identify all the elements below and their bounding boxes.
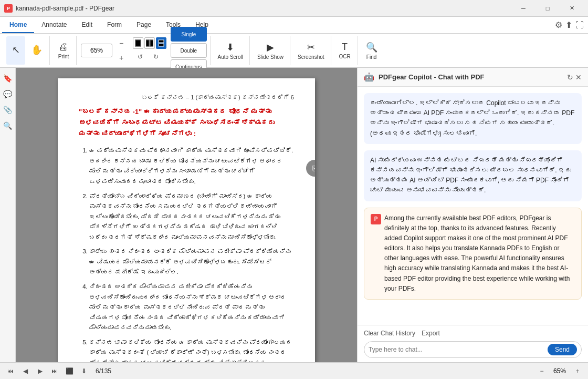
copilot-footer: Clear Chat History Export Send	[358, 325, 588, 362]
bottom-zoom-controls: − 65% +	[536, 365, 584, 377]
hand-tool-button[interactable]: ✋	[27, 36, 46, 65]
auto-scroll-button[interactable]: ⬇ Auto Scroll	[215, 36, 246, 65]
main-area: 🔖 💬 📎 🔍 ಬಲಕೆ ಕನ್ನಡ – 1 (ಕಾರ್ಯಪುಸ್ತಕ) ಕನ್…	[0, 68, 588, 362]
find-group: 🔍 Find	[359, 36, 384, 65]
print-label: Print	[58, 54, 69, 59]
copy-floating-button[interactable]: ⎘	[306, 160, 315, 177]
hand-icon: ✋	[31, 44, 43, 56]
double-view-button[interactable]: Double	[171, 43, 207, 58]
close-button[interactable]: ✕	[560, 0, 584, 17]
single-page-icon[interactable]	[133, 37, 143, 49]
slide-show-label: Slide Show	[257, 54, 284, 60]
screenshot-button[interactable]: ✂ Screenshot	[295, 36, 328, 65]
find-label: Find	[366, 54, 376, 60]
bottom-zoom-out-button[interactable]: −	[536, 365, 548, 377]
message-text-1: ದಂಡ್ಯಾವಾಗಿಲ್ಲ. ಇಲ್ಲಿಕ್ಕೆ ಸೇರಿಸಲಾದ Copilo…	[370, 98, 575, 139]
screenshot-icon: ✂	[307, 42, 315, 53]
last-page-button[interactable]: ⏭	[48, 365, 61, 377]
minimize-button[interactable]: ─	[511, 0, 536, 17]
sidebar-left: 🔖 💬 📎 🔍	[0, 68, 16, 362]
tab-form[interactable]: Form	[100, 17, 129, 33]
rotate-cw-button[interactable]: ↻	[149, 50, 163, 64]
nav-extra-button[interactable]: ⬛	[63, 365, 76, 377]
first-page-button[interactable]: ⏮	[4, 365, 17, 377]
sidebar-attachment-icon[interactable]: 📎	[2, 104, 14, 116]
prev-page-button[interactable]: ◀	[19, 365, 32, 377]
copilot-header: 🤖 PDFgear Copilot - Chat with PDF ↻ ✕	[358, 68, 588, 87]
fullscreen-icon[interactable]: ⛶	[575, 21, 584, 30]
copilot-panel: 🤖 PDFgear Copilot - Chat with PDF ↻ ✕ ದಂ…	[357, 68, 588, 362]
sidebar-bookmark-icon[interactable]: 🔖	[2, 72, 14, 85]
export-button[interactable]: Export	[422, 330, 440, 337]
list-item: ಕನ್ನಡ ಭಾಷಾ ಕಲಿಕೆಯ ಬೋಧನೆಯ ಈ ಕಾರ್ಯ ಪುಸ್ತಕವ…	[89, 337, 294, 362]
print-button[interactable]: 🖨 Print	[54, 36, 73, 65]
svg-rect-3	[159, 40, 164, 43]
maximize-button[interactable]: □	[536, 0, 560, 17]
ribbon: Home Annotate Edit Form Page Tools Help …	[0, 17, 588, 68]
zoom-group: − + ↺ ↻	[78, 36, 211, 65]
bottom-zoom-level: 65%	[550, 367, 569, 375]
pdf-list: ಈ ಪಠ್ಯಪುಸ್ತಕವು ಪ್ರಧಾನವಾಗಿ ಕಾರ್ಯ ಪುಸ್ತಕವಾ…	[79, 146, 294, 362]
list-item: ಈ ಪಠ್ಯಪುಸ್ತಕವು ಪ್ರಧಾನವಾಗಿ ಕಾರ್ಯ ಪುಸ್ತಕವಾ…	[89, 146, 294, 187]
titlebar: P kannada-pdf-sample.pdf - PDFgear ─ □ ✕	[0, 0, 588, 17]
send-button[interactable]: Send	[548, 344, 577, 355]
find-button[interactable]: 🔍 Find	[362, 36, 381, 65]
ocr-icon: T	[342, 42, 348, 53]
sidebar-comment-icon[interactable]: 💬	[2, 88, 14, 100]
copilot-close-icon[interactable]: ✕	[575, 73, 582, 81]
zoom-input[interactable]	[81, 44, 112, 57]
slide-show-button[interactable]: ▶ Slide Show	[254, 36, 287, 65]
next-page-button[interactable]: ▶	[34, 365, 46, 377]
ai-avatar: P	[371, 214, 381, 224]
app-icon: P	[4, 4, 13, 13]
svg-rect-2	[150, 40, 153, 46]
slide-show-icon: ▶	[267, 42, 274, 53]
auto-scroll-icon: ⬇	[226, 42, 234, 53]
bottom-zoom-in-button[interactable]: +	[571, 365, 584, 377]
window-controls: ─ □ ✕	[511, 0, 584, 17]
zoom-in-button[interactable]: +	[114, 51, 129, 65]
copilot-title: PDFgear Copilot - Chat with PDF	[379, 73, 563, 81]
message-bubble-1: ದಂಡ್ಯಾವಾಗಿಲ್ಲ. ಇಲ್ಲಿಕ್ಕೆ ಸೇರಿಸಲಾದ Copilo…	[364, 93, 582, 144]
settings-icon[interactable]: ⚙	[555, 20, 562, 30]
auto-scroll-group: ⬇ Auto Scroll	[212, 36, 250, 65]
message-bubble-2: AI ಸಾಮರ್ಥ್ಯವು ಉನ್ನತ ಮಟ್ಟದ ನಿಖರತೆ ಮತ್ತು ನ…	[364, 150, 582, 201]
clear-chat-button[interactable]: Clear Chat History	[364, 330, 415, 337]
cursor-icon: ↖	[12, 44, 20, 56]
share-icon[interactable]: ⬆	[565, 20, 572, 30]
copilot-messages: ದಂಡ್ಯಾವಾಗಿಲ್ಲ. ಇಲ್ಲಿಕ್ಕೆ ಸೇರಿಸಲಾದ Copilo…	[358, 87, 588, 325]
ocr-button[interactable]: T OCR	[335, 36, 354, 65]
single-view-button[interactable]: Single	[171, 27, 207, 42]
list-item: ಪ್ರತಿಯೊಬ್ಬ ವಿದ್ಯಾರ್ಥಿಯ ಪ್ರಮಾಣದ (ಬಿಂಡಿಂಗ್…	[89, 191, 294, 243]
zoom-out-button[interactable]: −	[114, 36, 129, 50]
ocr-group: T OCR	[332, 36, 358, 65]
copilot-icon: 🤖	[364, 72, 374, 82]
two-page-icon[interactable]	[144, 37, 155, 49]
sidebar-search-icon[interactable]: 🔍	[2, 119, 14, 132]
tab-page[interactable]: Page	[129, 17, 159, 33]
copilot-actions: Clear Chat History Export	[364, 330, 582, 337]
rotate-ccw-button[interactable]: ↺	[133, 50, 148, 64]
scroll-page-icon[interactable]	[156, 37, 166, 49]
svg-rect-0	[135, 40, 141, 46]
list-item: ಕಾಲೇಜು ಹಂತದ ನಿರಂತರ ಅಂತರಿಕ ಮೌಲ್ಯಮಾಪನ ಪರೀಕ…	[89, 247, 294, 278]
find-icon: 🔍	[366, 42, 377, 53]
tab-home[interactable]: Home	[2, 17, 34, 33]
ribbon-toolbar: ↖ ✋ 🖨 Print − +	[0, 34, 588, 67]
tab-edit[interactable]: Edit	[74, 17, 100, 33]
pdf-viewer[interactable]: ಬಲಕೆ ಕನ್ನಡ – 1 (ಕಾರ್ಯಪುಸ್ತಕ) ಕನ್ನಡೇತರರಿಗ…	[16, 68, 357, 362]
window-title: kannada-pdf-sample.pdf - PDFgear	[16, 5, 511, 12]
select-tool-button[interactable]: ↖	[6, 36, 25, 65]
view-modes: Single Double Continuous	[171, 27, 207, 74]
slide-show-group: ▶ Slide Show	[251, 36, 290, 65]
message-bubble-3: P Among the currently available best PDF…	[364, 208, 582, 300]
tab-annotate[interactable]: Annotate	[34, 17, 74, 33]
download-button[interactable]: ⬇	[78, 365, 90, 377]
copilot-refresh-icon[interactable]: ↻	[567, 73, 573, 81]
svg-rect-4	[159, 44, 164, 46]
auto-scroll-label: Auto Scroll	[218, 54, 243, 60]
chat-input[interactable]	[369, 346, 543, 353]
screenshot-group: ✂ Screenshot	[291, 36, 331, 65]
list-item: ನಿರಂತರ ಅಂತರಿಕ ಮೌಲ್ಯಮಾಪನ ಪರೀಕ್ಷಾ ಪ್ರಕ್ರಿಯ…	[89, 282, 294, 333]
screenshot-label: Screenshot	[298, 54, 324, 60]
